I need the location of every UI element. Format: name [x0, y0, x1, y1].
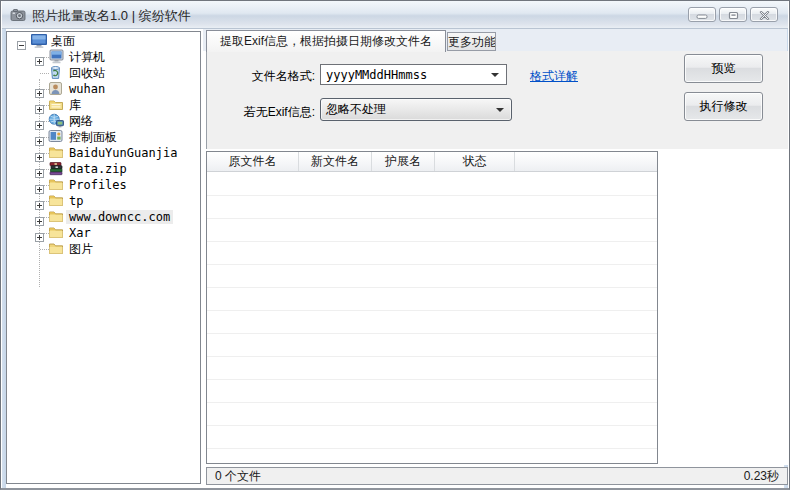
user-folder-icon — [48, 81, 65, 96]
filename-format-combobox[interactable]: yyyyMMddHHmmss — [320, 64, 507, 85]
status-bar: 0 个文件 0.23秒 — [206, 467, 788, 485]
tree-item-1[interactable]: 计算机 — [7, 49, 200, 65]
tree-item-12[interactable]: Xar — [7, 225, 200, 241]
tree-item-8[interactable]: data.zip — [7, 161, 200, 177]
tree-item-6[interactable]: 控制面板 — [7, 129, 200, 145]
column-header-0[interactable]: 原文件名 — [207, 152, 299, 171]
tree-item-13[interactable]: 图片 — [7, 241, 200, 257]
camera-icon — [10, 7, 26, 23]
computer-icon — [48, 49, 65, 64]
tree-item-label[interactable]: 回收站 — [66, 66, 108, 80]
execute-rename-button[interactable]: 执行修改 — [684, 92, 763, 121]
tree-item-label[interactable]: data.zip — [66, 162, 130, 176]
tree-item-label[interactable]: 图片 — [66, 242, 96, 256]
tab-more-functions[interactable]: 更多功能 — [447, 32, 496, 51]
maximize-icon — [728, 6, 739, 24]
column-header-filler — [515, 152, 657, 171]
no-exif-value: 忽略不处理 — [321, 101, 496, 118]
elapsed-time-status: 0.23秒 — [744, 468, 779, 485]
folder-icon — [48, 145, 65, 160]
expand-expander-icon[interactable] — [35, 228, 44, 237]
folder-icon — [48, 177, 65, 192]
folder-tree: 桌面计算机回收站wuhan库网络控制面板BaiduYunGuanjiadata.… — [6, 31, 201, 484]
tree-item-label[interactable]: www.downcc.com — [66, 210, 173, 224]
tree-item-9[interactable]: Profiles — [7, 177, 200, 193]
filename-format-value: yyyyMMddHHmmss — [321, 68, 491, 82]
collapse-expander-icon[interactable] — [17, 36, 26, 45]
expand-expander-icon[interactable] — [35, 84, 44, 93]
expand-expander-icon[interactable] — [35, 164, 44, 173]
file-count-status: 0 个文件 — [215, 468, 261, 485]
tree-item-label[interactable]: tp — [66, 194, 86, 208]
folder-icon — [48, 209, 65, 224]
window-title: 照片批量改名1.0 | 缤纷软件 — [32, 7, 191, 25]
tree-item-label[interactable]: Xar — [66, 226, 94, 240]
no-exif-dropdown[interactable]: 忽略不处理 — [320, 98, 512, 121]
column-header-3[interactable]: 状态 — [435, 152, 515, 171]
tree-item-label[interactable]: BaiduYunGuanjia — [66, 146, 180, 160]
expand-expander-icon[interactable] — [35, 52, 44, 61]
recycle-bin-icon — [48, 65, 65, 80]
tree-item-7[interactable]: BaiduYunGuanjia — [7, 145, 200, 161]
expand-expander-icon[interactable] — [35, 132, 44, 141]
app-window: 照片批量改名1.0 | 缤纷软件 桌面计算机回收站wuhan库网络控制面板Bai… — [0, 0, 790, 490]
expand-expander-icon[interactable] — [35, 180, 44, 189]
tree-item-label[interactable]: 控制面板 — [66, 130, 120, 144]
pictures-icon — [48, 241, 65, 256]
tab-exif-rename[interactable]: 提取Exif信息，根据拍摄日期修改文件名 — [206, 30, 446, 52]
folder-icon — [48, 225, 65, 240]
control-panel-icon — [48, 129, 65, 144]
tree-item-label[interactable]: 桌面 — [48, 34, 78, 48]
file-table: 原文件名新文件名护展名状态 — [206, 151, 658, 464]
desktop-icon — [30, 33, 47, 48]
expand-expander-icon[interactable] — [35, 116, 44, 125]
network-icon — [48, 113, 65, 128]
archive-icon — [48, 161, 65, 176]
window-controls — [688, 7, 778, 22]
filename-format-label: 文件名格式: — [213, 68, 315, 85]
tree-item-11[interactable]: www.downcc.com — [7, 209, 200, 225]
tree-item-label[interactable]: 计算机 — [66, 50, 108, 64]
expand-expander-icon[interactable] — [35, 148, 44, 157]
maximize-button[interactable] — [719, 7, 747, 22]
column-header-2[interactable]: 护展名 — [372, 152, 435, 171]
tree-item-label[interactable]: 库 — [66, 98, 84, 112]
exif-settings-panel: 文件名格式: yyyyMMddHHmmss 格式详解 若无Exif信息: 忽略不… — [206, 51, 788, 149]
libraries-icon — [48, 97, 65, 112]
expand-expander-icon[interactable] — [35, 196, 44, 205]
column-header-1[interactable]: 新文件名 — [299, 152, 372, 171]
no-exif-label: 若无Exif信息: — [213, 104, 315, 121]
folder-icon — [48, 193, 65, 208]
tree-item-5[interactable]: 网络 — [7, 113, 200, 129]
tree-item-2[interactable]: 回收站 — [7, 65, 200, 81]
expand-expander-icon[interactable] — [35, 212, 44, 221]
tree-item-0[interactable]: 桌面 — [7, 33, 200, 49]
expand-expander-icon[interactable] — [35, 100, 44, 109]
file-table-header: 原文件名新文件名护展名状态 — [207, 152, 657, 172]
tree-item-label[interactable]: 网络 — [66, 114, 96, 128]
format-help-link[interactable]: 格式详解 — [530, 68, 578, 85]
file-table-body[interactable] — [207, 173, 657, 463]
tree-item-label[interactable]: Profiles — [66, 178, 130, 192]
chevron-down-icon — [496, 108, 504, 112]
tree-item-label[interactable]: wuhan — [66, 82, 108, 96]
preview-button[interactable]: 预览 — [684, 54, 763, 83]
titlebar[interactable]: 照片批量改名1.0 | 缤纷软件 — [2, 1, 788, 29]
chevron-down-icon — [491, 73, 499, 77]
tree-item-4[interactable]: 库 — [7, 97, 200, 113]
close-icon — [759, 6, 770, 24]
close-button[interactable] — [750, 7, 778, 22]
minimize-icon — [696, 6, 708, 24]
tree-item-10[interactable]: tp — [7, 193, 200, 209]
minimize-button[interactable] — [688, 7, 716, 22]
tree-item-3[interactable]: wuhan — [7, 81, 200, 97]
